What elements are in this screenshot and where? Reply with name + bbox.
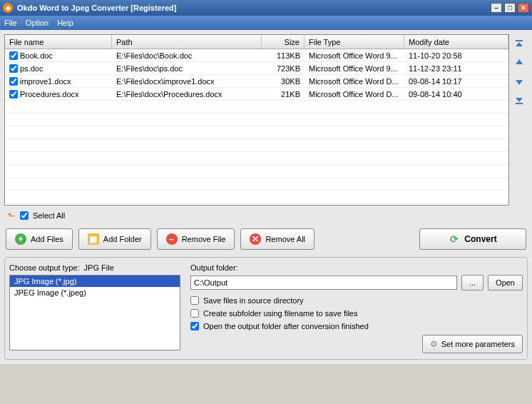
table-row[interactable]: improve1.docxE:\Files\docx\improve1.docx… [5, 75, 508, 88]
table-row-empty [5, 178, 508, 191]
remove-all-button[interactable]: ✕Remove All [240, 228, 314, 250]
table-row-empty [5, 113, 508, 126]
table-row-empty [5, 139, 508, 152]
folder-icon: ▣ [88, 233, 99, 245]
table-row-empty [5, 152, 508, 165]
save-source-checkbox[interactable] [190, 296, 199, 305]
row-checkbox[interactable] [9, 51, 18, 60]
file-date: 09-08-14 10:40 [404, 89, 508, 99]
menu-file[interactable]: File [4, 19, 17, 27]
file-type: Microsoft Office Word 9... [305, 51, 404, 61]
app-icon: ◆ [3, 3, 13, 13]
remove-file-button[interactable]: –Remove File [157, 228, 235, 250]
close-button[interactable]: ✕ [518, 3, 529, 13]
file-date: 11-12-23 23:11 [404, 64, 508, 74]
select-all-label: Select All [33, 211, 65, 220]
svg-rect-0 [516, 40, 523, 41]
file-size: 723KB [262, 64, 305, 74]
window-title: Okdo Word to Jpeg Converter [Registered] [17, 4, 491, 12]
open-after-checkbox[interactable] [190, 322, 199, 330]
file-type: Microsoft Office Word 9... [305, 64, 404, 74]
add-files-button[interactable]: +Add Files [6, 228, 73, 250]
maximize-button[interactable]: □ [504, 3, 516, 13]
table-row[interactable]: ps.docE:\Files\doc\ps.doc723KBMicrosoft … [5, 62, 508, 75]
file-date: 11-10-20 20:58 [404, 51, 508, 61]
row-checkbox[interactable] [9, 64, 18, 73]
file-size: 30KB [262, 76, 305, 86]
table-row[interactable]: Procedures.docxE:\Files\docx\Procedures.… [5, 88, 508, 101]
create-subfolder-checkbox[interactable] [190, 309, 199, 318]
save-source-label: Save files in source directory [203, 296, 304, 305]
add-folder-button[interactable]: ▣Add Folder [78, 228, 151, 250]
output-type-listbox[interactable]: JPG Image (*.jpg)JPEG Image (*.jpeg) [9, 275, 180, 350]
menubar: File Option Help [0, 16, 532, 30]
menu-help[interactable]: Help [57, 19, 73, 27]
file-path: E:\Files\doc\ps.doc [112, 64, 262, 74]
minus-icon: – [166, 233, 178, 245]
open-folder-button[interactable]: Open [488, 275, 523, 291]
file-name: improve1.docx [20, 77, 71, 86]
col-header-name[interactable]: File name [5, 35, 112, 49]
file-path: E:\Files\docx\improve1.docx [112, 76, 262, 86]
svg-rect-1 [516, 103, 523, 104]
menu-option[interactable]: Option [26, 19, 48, 27]
file-table[interactable]: File name Path Size File Type Modify dat… [4, 34, 509, 206]
file-type: Microsoft Office Word D... [305, 89, 404, 99]
file-size: 113KB [262, 51, 305, 61]
convert-icon: ⟳ [449, 233, 460, 245]
file-name: ps.doc [20, 64, 43, 73]
row-checkbox[interactable] [9, 77, 18, 86]
col-header-date[interactable]: Modify date [404, 35, 508, 49]
gear-icon: ⚙ [430, 339, 438, 349]
up-level-icon[interactable]: ⬑ [7, 210, 16, 221]
minimize-button[interactable]: – [491, 3, 502, 13]
file-path: E:\Files\doc\Book.doc [112, 51, 262, 61]
set-parameters-button[interactable]: ⚙Set more parameters [422, 335, 523, 353]
move-down-button[interactable] [512, 74, 526, 89]
move-top-button[interactable] [512, 37, 526, 51]
table-row[interactable]: Book.docE:\Files\doc\Book.doc113KBMicros… [5, 49, 508, 62]
table-row-empty [5, 165, 508, 178]
titlebar: ◆ Okdo Word to Jpeg Converter [Registere… [0, 0, 532, 16]
create-subfolder-label: Create subfolder using filename to save … [203, 309, 357, 318]
file-name: Procedures.docx [20, 90, 79, 99]
plus-icon: + [15, 233, 26, 245]
browse-button[interactable]: ... [461, 275, 484, 291]
file-name: Book.doc [20, 51, 53, 60]
table-row-empty [5, 126, 508, 139]
col-header-size[interactable]: Size [262, 35, 305, 49]
output-folder-label: Output folder: [190, 263, 523, 272]
select-all-checkbox[interactable] [20, 211, 29, 220]
move-bottom-button[interactable] [512, 93, 526, 107]
table-row-empty [5, 191, 508, 203]
list-item[interactable]: JPG Image (*.jpg) [10, 276, 180, 287]
col-header-type[interactable]: File Type [305, 35, 404, 49]
file-size: 21KB [262, 89, 305, 99]
file-path: E:\Files\docx\Procedures.docx [112, 89, 262, 99]
file-type: Microsoft Office Word D... [305, 76, 404, 86]
file-date: 09-08-14 10:17 [404, 76, 508, 86]
output-type-label: Choose output type: JPG File [9, 263, 180, 272]
open-after-label: Open the output folder after conversion … [203, 322, 369, 330]
list-item[interactable]: JPEG Image (*.jpeg) [10, 287, 180, 298]
x-icon: ✕ [250, 233, 261, 245]
table-row-empty [5, 101, 508, 113]
output-folder-input[interactable] [190, 276, 457, 290]
move-up-button[interactable] [512, 56, 526, 70]
col-header-path[interactable]: Path [112, 35, 262, 49]
convert-button[interactable]: ⟳Convert [419, 228, 526, 250]
row-checkbox[interactable] [9, 90, 18, 99]
